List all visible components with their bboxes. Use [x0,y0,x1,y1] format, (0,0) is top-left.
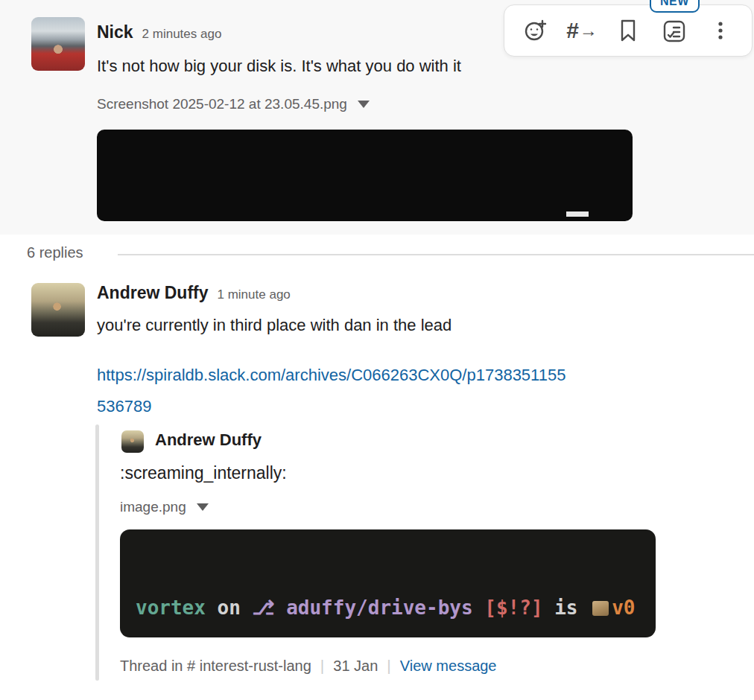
slack-thread-view: Nick 2 minutes ago It's not how big your… [0,0,754,700]
thread-date: 31 Jan [333,658,378,675]
message-text: It's not how big your disk is. It's what… [97,57,461,76]
avatar[interactable] [121,430,144,453]
attachment-image-terminal[interactable]: git:(ngates/stats-layout) carg ed 520306… [97,130,633,221]
terminal-line: git:(ngates/stats-layout) carg [97,217,633,221]
new-feature-badge: NEW [650,0,700,13]
terminal-line: vortex on ⎇ aduffy/drive-bys [$!?] is v0 [136,594,656,621]
thread-context-label: Thread in # interest-rust-lang [120,658,311,675]
quote-border-bar [95,424,99,681]
terminal-cursor [566,211,589,217]
author-name[interactable]: Andrew Duffy [97,283,209,303]
quoted-message-text: :screaming_internally: [120,463,287,483]
footer-separator: | [320,657,324,675]
link-line[interactable]: 536789 [97,391,753,422]
footer-separator: | [387,657,390,675]
message-actions-toolbar: #→ [504,4,753,57]
attachment-image-terminal[interactable]: vortex on ⎇ aduffy/drive-bys [$!?] is v0… [120,529,656,637]
quoted-author-name[interactable]: Andrew Duffy [155,430,262,450]
message-timestamp[interactable]: 2 minutes ago [142,27,222,42]
file-name[interactable]: Screenshot 2025-02-12 at 23.05.45.png [97,96,347,112]
chevron-down-icon[interactable] [358,101,370,108]
package-emoji [592,601,609,616]
message-text: you're currently in third place with dan… [97,316,452,335]
avatar[interactable] [31,17,85,71]
save-for-later-icon[interactable] [613,16,643,45]
link-line[interactable]: https://spiraldb.slack.com/archives/C066… [97,360,753,391]
chevron-down-icon[interactable] [197,503,209,511]
divider-line [118,254,754,255]
view-message-link[interactable]: View message [400,658,497,675]
message-timestamp[interactable]: 1 minute ago [218,287,291,302]
replies-divider: 6 replies [0,244,754,268]
checklist-icon[interactable] [659,16,689,45]
add-reaction-icon[interactable] [521,16,551,45]
message-link[interactable]: https://spiraldb.slack.com/archives/C066… [97,360,753,422]
share-to-channel-icon[interactable]: #→ [567,16,597,45]
author-name[interactable]: Nick [97,22,133,42]
avatar[interactable] [31,283,85,337]
file-name[interactable]: image.png [120,499,186,515]
quote-footer: Thread in # interest-rust-lang | 31 Jan … [120,657,497,675]
more-actions-icon[interactable] [706,16,735,45]
replies-count-label: 6 replies [27,244,83,261]
